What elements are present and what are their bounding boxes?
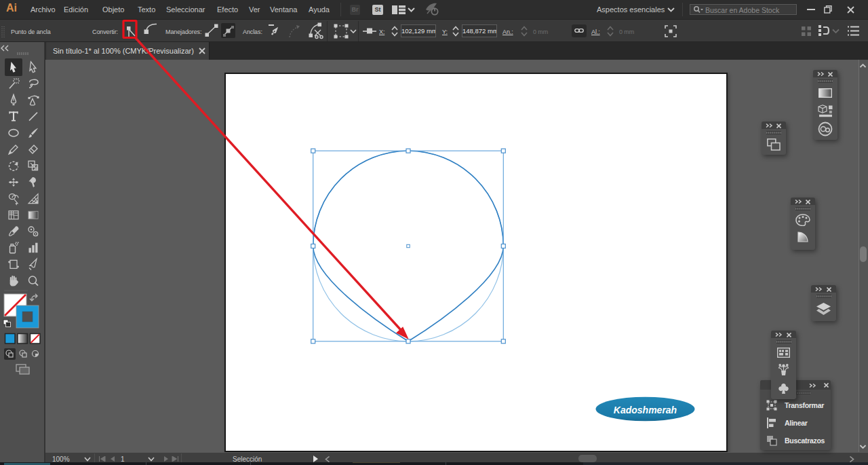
svg-text:Kadoshmerah: Kadoshmerah (614, 405, 677, 415)
